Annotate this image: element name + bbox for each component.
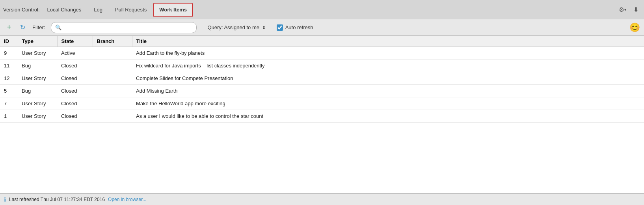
tab-pull-requests[interactable]: Pull Requests (109, 3, 153, 17)
table-header-row: ID Type State Branch Title (0, 36, 644, 47)
cell-type: Bug (18, 85, 57, 97)
info-icon: ℹ (4, 196, 6, 203)
tab-bar-actions: ⚙ ▾ ⬇ (616, 4, 641, 15)
gear-icon: ⚙ (619, 6, 624, 13)
status-text: Last refreshed Thu Jul 07 11:27:34 EDT 2… (9, 197, 105, 202)
download-button[interactable]: ⬇ (631, 4, 641, 15)
cell-type: Bug (18, 60, 57, 72)
cell-branch (93, 85, 132, 97)
filter-label: Filter: (32, 24, 45, 30)
filter-input[interactable] (64, 24, 192, 30)
settings-button[interactable]: ⚙ ▾ (616, 4, 629, 15)
cell-title: Make the HelloWorld app more exciting (132, 97, 644, 110)
settings-dropdown-arrow: ▾ (624, 7, 626, 12)
refresh-button[interactable]: ↻ (17, 22, 28, 33)
cell-branch (93, 72, 132, 85)
col-header-type: Type (18, 36, 57, 47)
refresh-icon: ↻ (20, 24, 25, 31)
cell-state: Closed (57, 97, 93, 110)
cell-type: User Story (18, 47, 57, 60)
cell-state: Closed (57, 72, 93, 85)
smiley-button[interactable]: 😊 (629, 23, 640, 32)
auto-refresh-label: Auto refresh (285, 24, 313, 30)
tab-bar: Version Control: Local Changes Log Pull … (0, 0, 644, 19)
cell-id: 1 (0, 110, 18, 123)
smiley-icon: 😊 (629, 22, 640, 32)
version-control-label: Version Control: (3, 7, 40, 13)
tab-local-changes[interactable]: Local Changes (41, 3, 87, 17)
table-row[interactable]: 9 User Story Active Add Earth to the fly… (0, 47, 644, 60)
main-content: + ↻ Filter: 🔍 Query: Assigned to me ⇕ Au… (0, 19, 644, 205)
search-icon: 🔍 (55, 24, 61, 30)
table-row[interactable]: 5 Bug Closed Add Missing Earth (0, 85, 644, 97)
cell-id: 9 (0, 47, 18, 60)
work-items-table: ID Type State Branch Title (0, 36, 644, 123)
cell-branch (93, 47, 132, 60)
plus-icon: + (7, 23, 11, 32)
cell-title: Fix wildcard for Java imports – list cla… (132, 60, 644, 72)
col-header-state: State (57, 36, 93, 47)
cell-id: 5 (0, 85, 18, 97)
cell-title: Complete Slides for Compete Presentation (132, 72, 644, 85)
download-icon: ⬇ (633, 6, 638, 13)
add-button[interactable]: + (4, 22, 14, 33)
auto-refresh-wrap: Auto refresh (277, 24, 313, 31)
query-sort-icon: ⇕ (262, 25, 266, 30)
cell-id: 7 (0, 97, 18, 110)
table-row[interactable]: 7 User Story Closed Make the HelloWorld … (0, 97, 644, 110)
status-bar: ℹ Last refreshed Thu Jul 07 11:27:34 EDT… (0, 193, 644, 205)
cell-title: Add Earth to the fly-by planets (132, 47, 644, 60)
cell-type: User Story (18, 110, 57, 123)
cell-branch (93, 60, 132, 72)
query-label: Query: Assigned to me ⇕ (208, 24, 266, 30)
table-row[interactable]: 11 Bug Closed Fix wildcard for Java impo… (0, 60, 644, 72)
cell-id: 11 (0, 60, 18, 72)
tab-log[interactable]: Log (88, 3, 108, 17)
cell-state: Closed (57, 110, 93, 123)
cell-state: Closed (57, 85, 93, 97)
toolbar: + ↻ Filter: 🔍 Query: Assigned to me ⇕ Au… (0, 19, 644, 36)
auto-refresh-checkbox[interactable] (277, 24, 283, 31)
col-header-id: ID (0, 36, 18, 47)
cell-title: Add Missing Earth (132, 85, 644, 97)
tab-work-items[interactable]: Work Items (153, 3, 193, 17)
col-header-branch: Branch (93, 36, 132, 47)
table-row[interactable]: 1 User Story Closed As a user I would li… (0, 110, 644, 123)
open-in-browser-link[interactable]: Open in browser... (108, 197, 146, 202)
cell-title: As a user I would like to be able to con… (132, 110, 644, 123)
col-header-title: Title (132, 36, 644, 47)
cell-id: 12 (0, 72, 18, 85)
filter-input-wrap: 🔍 (51, 22, 197, 33)
cell-branch (93, 97, 132, 110)
work-items-table-wrap: ID Type State Branch Title (0, 36, 644, 193)
cell-type: User Story (18, 97, 57, 110)
cell-state: Active (57, 47, 93, 60)
cell-type: User Story (18, 72, 57, 85)
table-row[interactable]: 12 User Story Closed Complete Slides for… (0, 72, 644, 85)
cell-state: Closed (57, 60, 93, 72)
cell-branch (93, 110, 132, 123)
